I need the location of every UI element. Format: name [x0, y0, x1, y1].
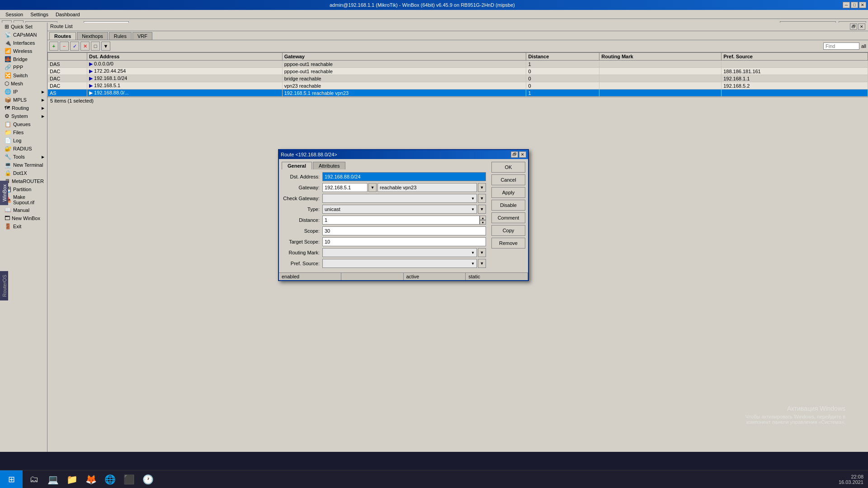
tab-nexthops[interactable]: Nexthops: [77, 32, 108, 40]
start-button[interactable]: ⊞: [0, 470, 23, 488]
type-value: unicast: [325, 206, 340, 212]
sidebar-item-queues[interactable]: 📋 Queues: [0, 120, 47, 128]
dialog-tab-general[interactable]: General: [282, 162, 312, 169]
comment-button[interactable]: Comment: [491, 212, 525, 223]
sidebar-item-radius[interactable]: 🔐 RADIUS: [0, 145, 47, 153]
check-gateway-dropdown-button[interactable]: ▼: [478, 194, 486, 203]
sidebar-item-ppp[interactable]: 🔗 PPP: [0, 63, 47, 71]
filter-route-button[interactable]: ▼: [101, 42, 110, 51]
sidebar-item-bridge[interactable]: 🌉 Bridge: [0, 55, 47, 63]
check-gateway-group: ▼: [322, 194, 486, 203]
sidebar-item-terminal[interactable]: 💻 New Terminal: [0, 161, 47, 169]
row-distance: 0: [526, 68, 599, 75]
taskbar-browser2[interactable]: 🌐: [101, 471, 119, 488]
disable-button[interactable]: Disable: [491, 200, 525, 211]
table-row[interactable]: DAC ▶ 192.168.5.1 vpn23 reachable 0 192.…: [48, 82, 868, 89]
target-scope-input[interactable]: [322, 237, 486, 246]
col-header-type[interactable]: [48, 53, 87, 61]
menu-settings[interactable]: Settings: [27, 11, 52, 18]
taskbar-folder[interactable]: 📁: [63, 471, 81, 488]
sidebar-item-wireless[interactable]: 📶 Wireless: [0, 47, 47, 55]
dialog-close-button[interactable]: ✕: [519, 151, 526, 158]
gateway-ip-input[interactable]: [322, 183, 368, 192]
menu-dashboard[interactable]: Dashboard: [52, 11, 84, 18]
sidebar-item-new-winbox[interactable]: 🗔 New WinBox: [0, 214, 47, 222]
sidebar-item-system[interactable]: ⚙ System ▶: [0, 112, 47, 120]
tab-routes[interactable]: Routes: [49, 32, 76, 40]
scope-input[interactable]: [322, 226, 486, 235]
sidebar-item-exit[interactable]: 🚪 Exit: [0, 222, 47, 230]
sidebar-item-mpls[interactable]: 📦 MPLS ▶: [0, 96, 47, 104]
sidebar-item-label: RADIUS: [13, 146, 32, 151]
distance-up-button[interactable]: ▲: [480, 216, 486, 220]
cancel-button[interactable]: Cancel: [491, 174, 525, 185]
pref-source-dropdown-button[interactable]: ▼: [478, 259, 486, 268]
tools-arrow-icon: ▶: [42, 155, 44, 159]
tab-rules[interactable]: Rules: [109, 32, 132, 40]
routing-mark-dropdown-button[interactable]: ▼: [478, 248, 486, 257]
apply-button[interactable]: Apply: [491, 187, 525, 198]
comment-route-button[interactable]: □: [91, 42, 100, 51]
type-select[interactable]: unicast: [322, 205, 477, 214]
sidebar-item-routing[interactable]: 🗺 Routing ▶: [0, 104, 47, 112]
sidebar-item-ip[interactable]: 🌐 IP ▶: [0, 88, 47, 96]
sidebar-item-log[interactable]: 📄 Log: [0, 136, 47, 145]
disable-route-button[interactable]: ✕: [80, 42, 90, 51]
sidebar-item-mesh[interactable]: ⬡ Mesh: [0, 80, 47, 88]
row-distance: 0: [526, 82, 599, 89]
pref-source-select[interactable]: [322, 259, 477, 268]
table-row[interactable]: DAS ▶ 0.0.0.0/0 pppoe-out1 reachable 1: [48, 61, 868, 68]
col-header-mark[interactable]: Routing Mark: [599, 53, 722, 61]
distance-input[interactable]: [322, 216, 480, 225]
sidebar-item-label: Interfaces: [13, 40, 35, 46]
remove-route-button[interactable]: −: [60, 42, 69, 51]
routing-mark-select[interactable]: [322, 248, 477, 257]
panel-title: Route List 🗗 ✕: [47, 23, 868, 31]
panel-restore-btn[interactable]: 🗗: [850, 23, 857, 30]
sidebar-item-quick-set[interactable]: ⊞ Quick Set: [0, 23, 47, 31]
type-dropdown-button[interactable]: ▼: [478, 205, 486, 214]
gateway-status-dropdown-button[interactable]: ▼: [478, 183, 486, 192]
sidebar-item-capsman[interactable]: 📡 CAPsMAN: [0, 31, 47, 39]
ip-arrow-icon: ▶: [42, 90, 44, 94]
distance-down-button[interactable]: ▼: [480, 220, 486, 225]
col-header-gateway[interactable]: Gateway: [282, 53, 526, 61]
enable-route-button[interactable]: ✓: [70, 42, 79, 51]
taskbar-cmd[interactable]: ⬛: [120, 471, 138, 488]
dialog-restore-button[interactable]: 🗗: [511, 151, 518, 158]
close-button[interactable]: ✕: [859, 2, 866, 8]
sidebar-item-interfaces[interactable]: 🔌 Interfaces: [0, 39, 47, 47]
panel-close-btn[interactable]: ✕: [858, 23, 865, 30]
taskbar: ⊞ 🗂 💻 📁 🦊 🌐 ⬛ 🕐 22:08 16.03.2021: [0, 470, 868, 488]
table-row-selected[interactable]: AS ▶ 192.168.88.0/... 192.168.5.1 reacha…: [48, 89, 868, 97]
dialog-tab-attributes[interactable]: Attributes: [313, 162, 345, 169]
ok-button[interactable]: OK: [491, 162, 525, 173]
col-header-dst[interactable]: Dst. Address: [87, 53, 282, 61]
sidebar-item-files[interactable]: 📁 Files: [0, 128, 47, 136]
col-header-pref[interactable]: Pref. Source: [722, 53, 868, 61]
col-header-distance[interactable]: Distance: [526, 53, 599, 61]
maximize-button[interactable]: □: [851, 2, 858, 8]
check-gateway-select[interactable]: [322, 194, 477, 203]
table-row[interactable]: DAC ▶ 172.20.44.254 pppoe-out1 reachable…: [48, 68, 868, 75]
minimize-button[interactable]: ─: [843, 2, 850, 8]
gateway-dropdown-button[interactable]: ▼: [368, 183, 377, 192]
sidebar-item-switch[interactable]: 🔀 Switch: [0, 71, 47, 80]
dst-address-input[interactable]: [322, 172, 486, 181]
taskbar-clock-app[interactable]: 🕐: [139, 471, 157, 488]
find-input[interactable]: [823, 42, 859, 50]
taskbar-firefox[interactable]: 🦊: [82, 471, 100, 488]
sidebar-item-label: Quick Set: [11, 24, 33, 29]
sidebar-item-manual[interactable]: 📖 Manual: [0, 206, 47, 214]
gateway-status-input[interactable]: [377, 183, 477, 192]
sidebar-item-dot1x[interactable]: 🔒 Dot1X: [0, 169, 47, 177]
sidebar-item-tools[interactable]: 🔧 Tools ▶: [0, 153, 47, 161]
add-route-button[interactable]: +: [49, 42, 58, 51]
taskbar-terminal[interactable]: 💻: [44, 471, 62, 488]
tab-vrf[interactable]: VRF: [132, 32, 152, 40]
table-row[interactable]: DAC ▶ 192.168.1.0/24 bridge reachable 0 …: [48, 75, 868, 82]
remove-button[interactable]: Remove: [491, 238, 525, 249]
taskbar-file-explorer[interactable]: 🗂: [25, 471, 43, 488]
menu-session[interactable]: Session: [2, 11, 27, 18]
copy-button[interactable]: Copy: [491, 225, 525, 236]
